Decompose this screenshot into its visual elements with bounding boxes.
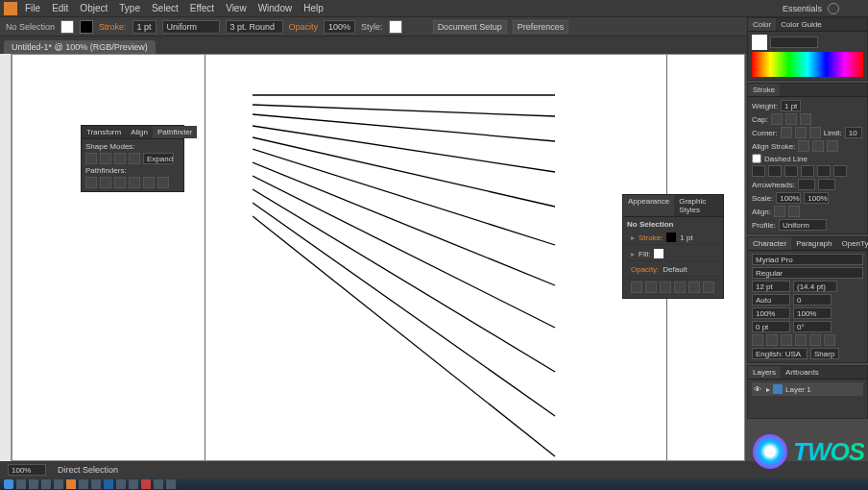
layer-color-swatch[interactable] [773,384,783,394]
clear-icon[interactable] [688,282,700,293]
tab-graphic-styles[interactable]: Graphic Styles [674,195,723,216]
tab-appearance[interactable]: Appearance [623,195,674,216]
font-family-field[interactable]: Myriad Pro [752,254,863,265]
tracking-field[interactable]: 0 [793,294,832,306]
triangle-icon[interactable]: ▸ [766,385,770,394]
pathfinder-crop[interactable] [129,177,140,188]
pathfinder-divide[interactable] [85,177,97,188]
preferences-button[interactable]: Preferences [513,20,569,34]
taskbar-icon[interactable] [66,479,76,489]
scale-start[interactable]: 100% [776,192,801,204]
appearance-stroke-swatch[interactable] [666,233,676,242]
delete-icon[interactable] [703,282,714,293]
menu-view[interactable]: View [226,3,247,13]
limit-field[interactable]: 10 [845,127,862,138]
shape-mode-intersect[interactable] [114,153,126,164]
new-art-icon[interactable] [631,282,642,293]
gap-3[interactable] [833,165,847,177]
taskbar-icon[interactable] [29,479,38,489]
character-panel[interactable]: Character Paragraph OpenType Myriad Pro … [747,236,868,363]
align-arrow-2[interactable] [788,206,800,217]
style-swatch[interactable] [389,20,402,34]
appearance-stroke-label[interactable]: Stroke: [639,233,663,242]
menu-type[interactable]: Type [119,3,140,13]
dash-1[interactable] [752,165,765,177]
align-arrow-1[interactable] [774,206,785,217]
appearance-opacity-label[interactable]: Opacity: [631,265,659,274]
tab-opentype[interactable]: OpenType [836,237,868,250]
cap-round[interactable] [785,113,797,125]
corner-miter[interactable] [781,127,792,138]
ruler-vertical[interactable] [0,54,12,461]
font-size-field[interactable]: 12 pt [752,281,790,292]
appearance-fill-label[interactable]: Fill: [639,250,650,258]
tab-stroke[interactable]: Stroke [748,84,780,96]
dash-2[interactable] [784,165,798,177]
menu-edit[interactable]: Edit [52,3,68,13]
color-fill-swatch[interactable] [752,35,767,50]
color-spectrum[interactable] [752,52,863,77]
taskbar-icon[interactable] [79,479,88,489]
font-style-field[interactable]: Regular [752,267,863,279]
leading-field[interactable]: (14.4 pt) [793,281,837,292]
taskbar-icon[interactable] [116,479,126,489]
pathfinder-merge[interactable] [114,177,126,188]
color-panel[interactable]: Color Color Guide [747,17,868,81]
layer-name[interactable]: Layer 1 [785,385,811,394]
strikethrough-icon[interactable] [824,334,835,346]
stroke-panel[interactable]: Stroke Weight:1 pt Cap: Corner:Limit:10 … [747,83,868,234]
taskbar-icon[interactable] [154,479,163,489]
rotation-field[interactable]: 0° [793,321,832,332]
start-button[interactable] [4,479,13,489]
color-value-field[interactable] [770,37,818,48]
corner-round[interactable] [795,127,807,138]
arrow-start[interactable] [798,179,815,190]
doc-setup-button[interactable]: Document Setup [433,20,507,34]
menu-effect[interactable]: Effect [190,3,214,13]
taskbar-icon[interactable] [141,479,151,489]
triangle-icon[interactable]: ▸ [631,233,635,242]
taskbar-icon[interactable] [54,479,63,489]
appearance-panel[interactable]: Appearance Graphic Styles No Selection ▸… [622,194,724,299]
tt-cap-icon[interactable] [752,334,763,346]
tt-small-icon[interactable] [766,334,778,346]
tab-color-guide[interactable]: Color Guide [776,18,827,31]
stroke-label[interactable]: Stroke: [99,22,127,32]
brush-field[interactable]: 3 pt. Round [226,20,283,34]
taskbar-icon[interactable] [16,479,26,489]
menu-help[interactable]: Help [303,3,324,13]
pathfinder-panel[interactable]: Transform Align Pathfinder Shape Modes: … [81,125,184,192]
tab-artboards[interactable]: Artboards [781,366,824,379]
stroke-swatch[interactable] [80,20,93,34]
taskbar-icon[interactable] [166,479,176,489]
expand-button[interactable]: Expand [143,153,174,164]
baseline-field[interactable]: 0 pt [752,321,790,332]
taskbar-icon[interactable] [91,479,101,489]
workspace-switcher[interactable]: Essentials [783,0,839,17]
antialiasing-field[interactable]: Sharp [810,348,839,359]
add-effect-icon[interactable] [674,282,686,293]
shape-mode-unite[interactable] [85,153,97,164]
tab-align[interactable]: Align [126,126,153,138]
eye-icon[interactable]: 👁 [754,385,763,394]
opacity-field[interactable]: 100% [324,20,355,34]
stroke-profile-field[interactable]: Uniform [162,20,220,34]
tab-paragraph[interactable]: Paragraph [791,237,836,250]
subscript-icon[interactable] [795,334,807,346]
tab-character[interactable]: Character [748,237,791,250]
tab-pathfinder[interactable]: Pathfinder [153,126,197,138]
corner-bevel[interactable] [809,127,821,138]
taskbar-icon[interactable] [41,479,51,489]
menu-file[interactable]: File [25,3,40,13]
scale-end[interactable]: 100% [804,192,829,204]
zoom-field[interactable]: 100% [8,464,46,476]
tab-layers[interactable]: Layers [748,366,781,379]
dashed-checkbox[interactable] [752,154,761,163]
opacity-label[interactable]: Opacity [289,22,319,32]
add-stroke-icon[interactable] [645,282,657,293]
search-icon[interactable] [828,3,839,14]
shape-mode-minus[interactable] [100,153,111,164]
menu-select[interactable]: Select [152,3,179,13]
cap-butt[interactable] [771,113,783,125]
pathfinder-trim[interactable] [100,177,111,188]
